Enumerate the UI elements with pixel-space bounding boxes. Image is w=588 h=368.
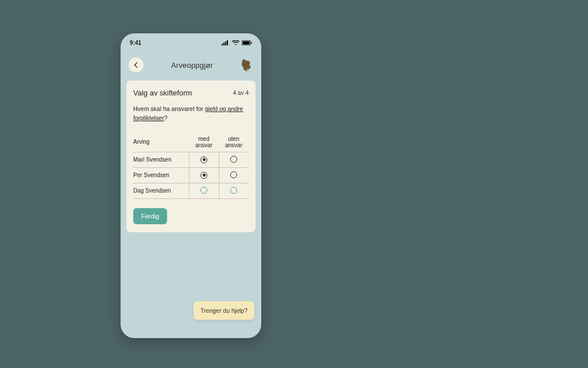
cell-without: [219, 152, 249, 167]
status-bar: 9:41: [121, 33, 261, 47]
status-time: 9:41: [130, 40, 141, 46]
app-header: Arveoppgjør: [121, 47, 261, 78]
svg-rect-2: [225, 41, 226, 45]
svg-rect-6: [251, 42, 252, 44]
cell-without: [219, 167, 249, 183]
responsibility-table: Arving med ansvar uten ansvar Mari Svend…: [133, 132, 249, 199]
table-body: Mari SvendsenPer SvendsenDag Svendsen: [133, 152, 249, 198]
done-button[interactable]: Ferdig: [133, 208, 167, 224]
radio-with[interactable]: [200, 172, 207, 179]
table-row: Dag Svendsen: [133, 183, 249, 198]
cell-with: [189, 183, 219, 198]
svg-rect-3: [227, 40, 228, 45]
col-with: med ansvar: [189, 132, 219, 152]
form-card: Valg av skifteform 4 av 4 Hvem skal ha a…: [126, 80, 256, 232]
svg-rect-5: [243, 41, 250, 44]
page-title: Arveoppgjør: [171, 61, 213, 70]
back-button[interactable]: [129, 57, 144, 72]
arrow-left-icon: [133, 62, 140, 68]
cell-with: [189, 152, 219, 167]
step-indicator: 4 av 4: [233, 90, 249, 96]
crest-icon: [241, 58, 253, 72]
question-suffix: ?: [164, 114, 168, 121]
heir-name: Dag Svendsen: [133, 183, 189, 198]
card-title: Valg av skifteform: [133, 89, 192, 97]
heir-name: Per Svendsen: [133, 167, 189, 183]
heir-name: Mari Svendsen: [133, 152, 189, 167]
cellular-icon: [222, 40, 230, 45]
radio-without[interactable]: [230, 156, 237, 163]
svg-rect-1: [223, 43, 225, 45]
battery-icon: [242, 40, 252, 45]
status-icons: [222, 40, 252, 45]
wifi-icon: [232, 40, 239, 45]
radio-with[interactable]: [200, 156, 207, 163]
radio-with[interactable]: [200, 187, 207, 194]
question-prefix: Hvem skal ha ansvaret for: [133, 105, 205, 112]
radio-without[interactable]: [230, 187, 237, 194]
cell-without: [219, 183, 249, 198]
help-bubble[interactable]: Trenger du hjelp?: [194, 301, 254, 320]
radio-without[interactable]: [230, 171, 237, 178]
table-row: Mari Svendsen: [133, 152, 249, 167]
cell-with: [189, 167, 219, 183]
table-row: Per Svendsen: [133, 167, 249, 183]
col-without: uten ansvar: [219, 132, 249, 152]
svg-rect-0: [222, 44, 223, 45]
phone-frame: 9:41 Arveoppgjør Valg av skifteform 4 av…: [121, 33, 261, 338]
question-text: Hvem skal ha ansvaret for gjeld og andre…: [133, 104, 249, 123]
col-heir: Arving: [133, 132, 189, 152]
card-header: Valg av skifteform 4 av 4: [133, 89, 249, 97]
